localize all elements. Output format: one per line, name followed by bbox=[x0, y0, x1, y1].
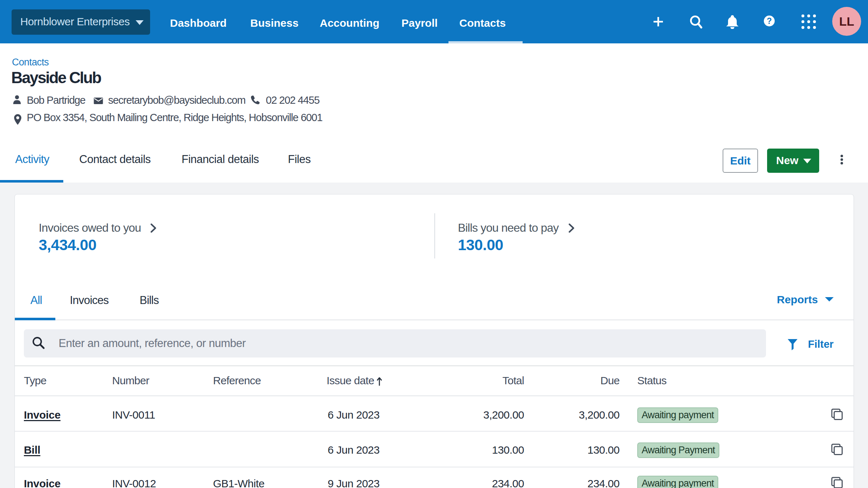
svg-text:?: ? bbox=[767, 16, 772, 26]
